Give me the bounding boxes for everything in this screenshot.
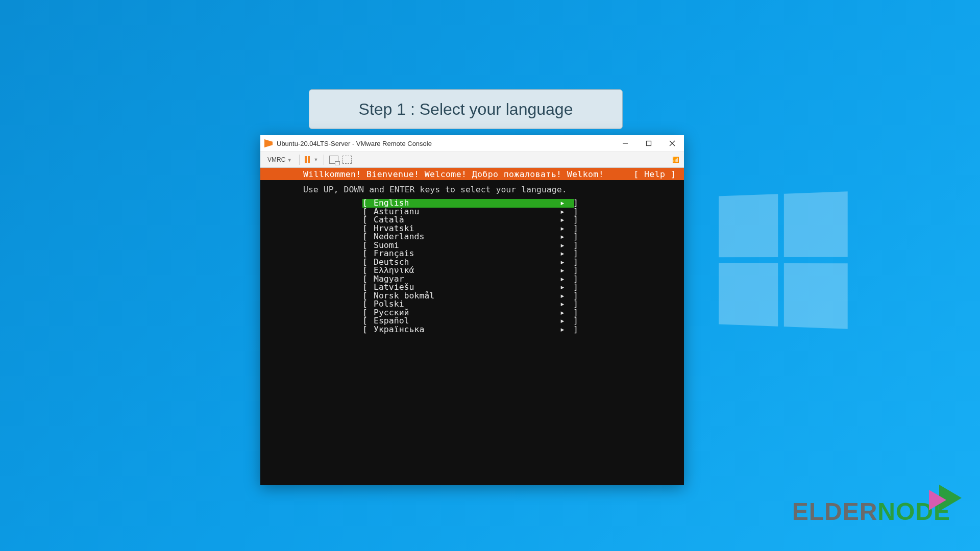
send-ctrl-alt-del-button[interactable] xyxy=(329,156,338,164)
minimize-button[interactable] xyxy=(614,135,637,152)
language-list[interactable]: [ English▸ ][ Asturianu▸ ][ Català▸ ][ H… xyxy=(362,199,574,334)
pause-dropdown[interactable]: ▼ xyxy=(314,157,318,162)
language-name: Nederlands xyxy=(374,233,560,241)
help-button[interactable]: [ Help ] xyxy=(633,169,676,179)
svg-rect-1 xyxy=(647,141,651,146)
instruction-text: Use UP, DOWN and ENTER keys to select yo… xyxy=(260,180,684,199)
language-option[interactable]: [ Українська▸ ] xyxy=(362,325,574,334)
window-titlebar: Ubuntu-20.04LTS-Server - VMware Remote C… xyxy=(260,135,684,152)
vm-console[interactable]: Willkommen! Bienvenue! Welcome! Добро по… xyxy=(260,168,684,485)
installer-header: Willkommen! Bienvenue! Welcome! Добро по… xyxy=(260,168,684,180)
vmrc-menu-button[interactable]: VMRC ▼ xyxy=(265,155,294,164)
language-name: Українська xyxy=(374,325,560,334)
vmrc-toolbar: VMRC ▼ ▼ 📶 xyxy=(260,152,684,168)
connection-signal-icon: 📶 xyxy=(672,157,679,163)
window-title: Ubuntu-20.04LTS-Server - VMware Remote C… xyxy=(277,140,614,147)
step-banner: Step 1 : Select your language xyxy=(309,89,623,129)
maximize-button[interactable] xyxy=(637,135,660,152)
pause-button[interactable] xyxy=(305,156,310,163)
greeting-text: Willkommen! Bienvenue! Welcome! Добро по… xyxy=(303,169,633,179)
close-button[interactable] xyxy=(660,135,684,152)
eldernode-watermark: ELDERNODE xyxy=(792,497,950,525)
eldernode-logo-icon xyxy=(929,485,965,515)
vmware-icon xyxy=(264,139,273,147)
windows-logo-background xyxy=(719,191,848,329)
vmrc-window: Ubuntu-20.04LTS-Server - VMware Remote C… xyxy=(260,135,684,485)
fullscreen-button[interactable] xyxy=(342,156,352,164)
